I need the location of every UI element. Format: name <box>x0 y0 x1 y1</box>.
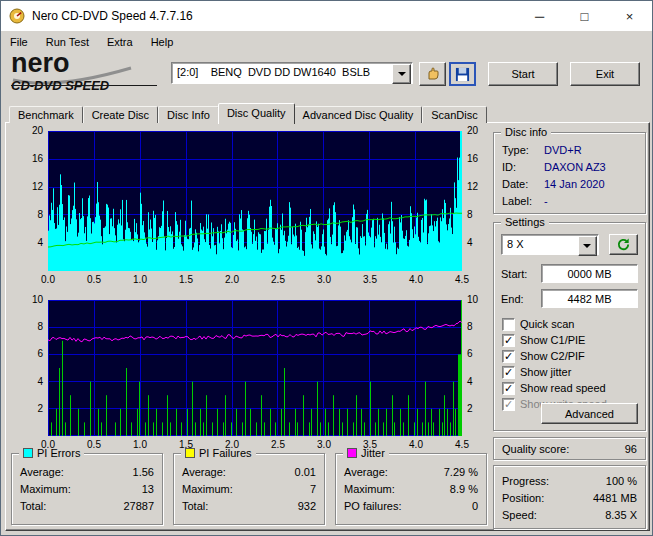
app-icon <box>9 8 25 24</box>
exit-button[interactable]: Exit <box>570 62 640 86</box>
progress-value: 100 % <box>606 475 637 487</box>
axis-tick-label: 3.0 <box>309 274 339 285</box>
window-controls: ─ □ × <box>517 1 652 31</box>
axis-tick-label: 1.5 <box>171 274 201 285</box>
axis-tick-label: 2.0 <box>217 439 247 450</box>
stat-value: 27887 <box>123 500 154 512</box>
checkbox-box <box>502 398 515 411</box>
axis-tick-label: 1.5 <box>171 439 201 450</box>
checkbox-show-c1-pie[interactable]: Show C1/PIE <box>502 332 645 348</box>
tab-disc-info[interactable]: Disc Info <box>158 106 219 123</box>
scan-speed-value: 8 X <box>507 238 524 250</box>
scan-speed-dropdown-button[interactable] <box>578 236 597 256</box>
checkbox-label: Quick scan <box>520 318 574 330</box>
hand-tool-button[interactable] <box>419 62 446 86</box>
stat-label: PO failures: <box>344 500 401 512</box>
axis-tick-label: 3.5 <box>355 274 385 285</box>
disc-label-label: Label: <box>502 195 544 207</box>
checkbox-box <box>502 350 515 363</box>
tab-benchmark[interactable]: Benchmark <box>9 106 83 123</box>
stat-label: Average: <box>20 466 64 478</box>
checkbox-box <box>502 334 515 347</box>
disc-date-value: 14 Jan 2020 <box>544 178 605 190</box>
refresh-button[interactable] <box>609 234 638 255</box>
stat-value: 7 <box>310 483 316 495</box>
menu-help[interactable]: Help <box>142 33 183 51</box>
tab-disc-quality[interactable]: Disc Quality <box>218 103 295 124</box>
checkbox-quick-scan[interactable]: Quick scan <box>502 316 645 332</box>
end-position-field[interactable]: 4482 MB <box>541 289 638 308</box>
app-window: Nero CD-DVD Speed 4.7.7.16 ─ □ × File Ru… <box>0 0 653 536</box>
axis-tick-label: 16 <box>21 153 43 164</box>
stat-value: 13 <box>142 483 154 495</box>
pi-errors-panel: PI Errors Average:1.56 Maximum:13 Total:… <box>11 453 163 525</box>
stat-value: 0.01 <box>295 466 316 478</box>
minimize-button[interactable]: ─ <box>517 1 562 31</box>
speed-value: 8.35 X <box>605 509 637 521</box>
drive-selector-combo[interactable]: [2:0] BENQ DVD DD DW1640 BSLB <box>171 62 413 84</box>
stat-label: Total: <box>20 500 46 512</box>
speed-label: Speed: <box>502 509 537 521</box>
disc-type-value: DVD+R <box>544 144 582 156</box>
tab-create-disc[interactable]: Create Disc <box>83 106 158 123</box>
axis-tick-label: 2 <box>467 403 489 414</box>
menu-extra[interactable]: Extra <box>98 33 142 51</box>
checkbox-box <box>502 318 515 331</box>
disc-type-label: Type: <box>502 144 544 156</box>
disc-date-label: Date: <box>502 178 544 190</box>
checkbox-label: Show C1/PIE <box>520 334 585 346</box>
checkbox-box <box>502 382 515 395</box>
nero-logo: nero CD-DVD SPEED <box>11 50 163 100</box>
tab-scandisc[interactable]: ScanDisc <box>422 106 486 123</box>
tab-strip: Benchmark Create Disc Disc Info Disc Qua… <box>9 103 487 123</box>
stat-value: 1.56 <box>133 466 154 478</box>
quality-score-panel: Quality score: 96 <box>493 437 646 460</box>
advanced-button[interactable]: Advanced <box>541 403 638 424</box>
stat-label: Maximum: <box>344 483 395 495</box>
axis-tick-label: 1.0 <box>125 439 155 450</box>
cd-dvd-speed-logo-text: CD-DVD SPEED <box>11 78 163 93</box>
checkbox-show-jitter[interactable]: Show jitter <box>502 364 645 380</box>
tab-advanced-disc-quality[interactable]: Advanced Disc Quality <box>294 106 423 123</box>
checkbox-label: Show C2/PIF <box>520 350 585 362</box>
title-bar: Nero CD-DVD Speed 4.7.7.16 ─ □ × <box>1 1 652 31</box>
axis-tick-label: 0.5 <box>79 439 109 450</box>
pi-errors-chart <box>48 131 462 271</box>
drive-selector-dropdown-button[interactable] <box>392 64 411 84</box>
settings-title: Settings <box>501 216 549 228</box>
scan-speed-combo[interactable]: 8 X <box>501 234 599 255</box>
disc-info-panel: Disc info Type:DVD+R ID:DAXON AZ3 Date:1… <box>493 132 646 214</box>
axis-tick-label: 12 <box>467 181 489 192</box>
axis-tick-label: 20 <box>21 125 43 136</box>
checkbox-label: Show jitter <box>520 366 571 378</box>
axis-tick-label: 12 <box>21 181 43 192</box>
start-position-field[interactable]: 0000 MB <box>541 264 638 283</box>
checkbox-show-c2-pif[interactable]: Show C2/PIF <box>502 348 645 364</box>
checkbox-show-read-speed[interactable]: Show read speed <box>502 380 645 396</box>
save-button[interactable] <box>449 62 476 86</box>
pi-errors-legend-swatch <box>23 448 33 458</box>
axis-tick-label: 4.5 <box>447 439 477 450</box>
maximize-button[interactable]: □ <box>562 1 607 31</box>
floppy-disk-icon <box>455 67 470 82</box>
axis-tick-label: 4.0 <box>401 439 431 450</box>
pi-failures-jitter-chart <box>48 300 462 436</box>
progress-panel: Progress:100 % Position:4481 MB Speed:8.… <box>493 465 646 529</box>
disc-id-value: DAXON AZ3 <box>544 161 606 173</box>
quality-score-value: 96 <box>625 443 637 455</box>
axis-tick-label: 3.5 <box>355 439 385 450</box>
menu-bar: File Run Test Extra Help <box>1 31 652 52</box>
axis-tick-label: 0.0 <box>33 274 63 285</box>
axis-tick-label: 2.0 <box>217 274 247 285</box>
settings-panel: Settings 8 X Start: 0000 MB End: 4482 MB… <box>493 222 646 431</box>
start-button[interactable]: Start <box>488 62 558 86</box>
stat-value: 0 <box>472 500 478 512</box>
start-position-label: Start: <box>501 268 541 280</box>
axis-tick-label: 3.0 <box>309 439 339 450</box>
chevron-down-icon <box>398 72 406 76</box>
stat-value: 8.9 % <box>450 483 478 495</box>
close-button[interactable]: × <box>607 1 652 31</box>
axis-tick-label: 16 <box>467 153 489 164</box>
checkbox-box <box>502 366 515 379</box>
chevron-down-icon <box>583 244 591 248</box>
